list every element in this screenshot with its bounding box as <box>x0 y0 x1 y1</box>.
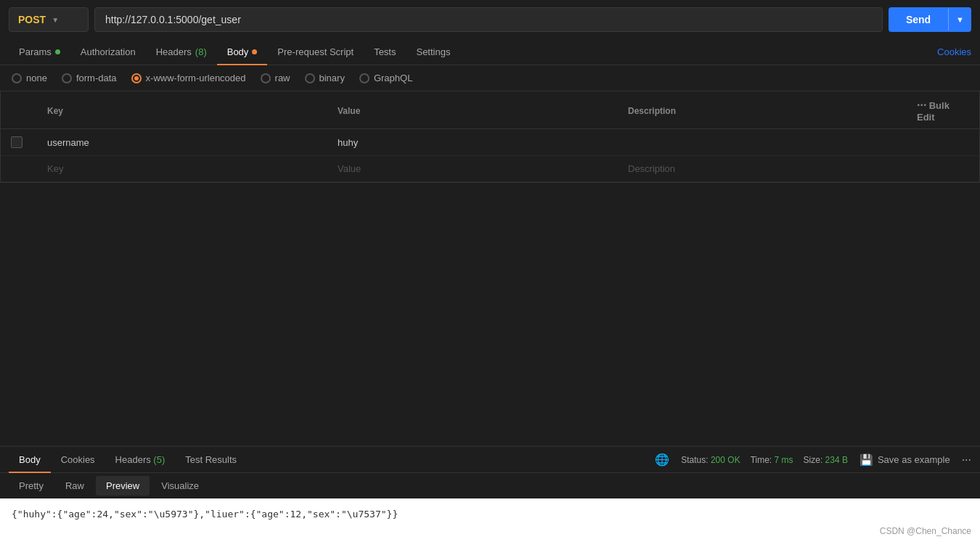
view-tab-pretty[interactable]: Pretty <box>9 476 54 496</box>
globe-icon: 🌐 <box>655 453 669 467</box>
pretty-label: Pretty <box>19 480 44 491</box>
new-value-placeholder: Value <box>338 163 361 174</box>
urlencoded-radio <box>131 73 142 83</box>
url-input[interactable]: http://127.0.0.1:5000/get_user <box>94 7 883 32</box>
new-row-value[interactable]: Value <box>327 156 618 182</box>
view-tabs: Pretty Raw Preview Visualize <box>0 473 980 498</box>
tab-body[interactable]: Body <box>217 39 268 65</box>
response-tab-testresults[interactable]: Test Results <box>175 447 247 472</box>
graphql-radio <box>359 73 369 83</box>
row-desc-cell[interactable] <box>618 129 907 156</box>
time-label: Time: 7 ms <box>751 455 793 465</box>
tab-headers-label: Headers <box>156 46 192 57</box>
body-type-graphql[interactable]: GraphQL <box>359 73 412 83</box>
col-key-header: Key <box>37 93 327 129</box>
body-type-form-data[interactable]: form-data <box>62 73 117 83</box>
response-body-content: {"huhy":{"age":24,"sex":"\u5973"},"liuer… <box>0 498 980 542</box>
none-radio <box>12 73 22 83</box>
none-label: none <box>26 73 47 83</box>
response-tab-body[interactable]: Body <box>9 447 51 472</box>
method-label: POST <box>18 14 46 25</box>
tab-authorization[interactable]: Authorization <box>70 39 146 65</box>
response-tab-headers[interactable]: Headers (5) <box>105 447 176 472</box>
method-chevron-icon: ▼ <box>52 16 59 24</box>
save-icon: 💾 <box>859 453 873 467</box>
headers-count: (8) <box>195 46 207 57</box>
new-key-placeholder: Key <box>47 163 63 174</box>
view-tab-raw[interactable]: Raw <box>55 476 94 496</box>
response-tabs: Body Cookies Headers (5) Test Results 🌐 … <box>0 447 980 473</box>
raw-label: Raw <box>65 480 84 491</box>
visualize-label: Visualize <box>161 480 199 491</box>
tab-prerequest[interactable]: Pre-request Script <box>267 39 364 65</box>
url-text: http://127.0.0.1:5000/get_user <box>105 14 241 25</box>
new-row-actions <box>907 156 979 182</box>
save-example-label: Save as example <box>878 454 950 465</box>
status-info: Status: 200 OK Time: 7 ms Size: 234 B <box>681 455 848 465</box>
send-button-group: Send ▼ <box>889 7 971 32</box>
response-testresults-label: Test Results <box>185 454 237 465</box>
row-value-cell[interactable]: huhy <box>327 129 618 156</box>
tab-tests-label: Tests <box>374 46 396 57</box>
cookies-link[interactable]: Cookies <box>937 46 971 57</box>
tab-params[interactable]: Params <box>9 39 70 65</box>
response-status-area: 🌐 Status: 200 OK Time: 7 ms Size: 234 B … <box>655 453 971 467</box>
row-key-cell[interactable]: username <box>37 129 327 156</box>
size-value: 234 B <box>825 455 848 465</box>
row-key-value: username <box>47 137 89 148</box>
binary-radio <box>305 73 315 83</box>
raw-label: raw <box>275 73 290 83</box>
watermark: CSDN @Chen_Chance <box>880 526 971 536</box>
response-headers-badge: (5) <box>153 454 165 465</box>
response-section: Body Cookies Headers (5) Test Results 🌐 … <box>0 445 980 542</box>
tab-tests[interactable]: Tests <box>364 39 406 65</box>
size-label: Size: 234 B <box>804 455 848 465</box>
tab-headers[interactable]: Headers (8) <box>146 39 217 65</box>
preview-label: Preview <box>106 480 139 491</box>
table-header-row: Key Value Description ··· Bulk Edit <box>1 93 979 129</box>
url-bar: POST ▼ http://127.0.0.1:5000/get_user Se… <box>0 0 980 39</box>
response-text: {"huhy":{"age":24,"sex":"\u5973"},"liuer… <box>12 509 398 520</box>
body-type-binary[interactable]: binary <box>305 73 345 83</box>
new-row-key[interactable]: Key <box>37 156 327 182</box>
tab-prerequest-label: Pre-request Script <box>277 46 354 57</box>
col-actions-header: ··· Bulk Edit <box>907 93 979 129</box>
new-row: Key Value Description <box>1 156 979 182</box>
body-type-selector: none form-data x-www-form-urlencoded raw… <box>0 65 980 91</box>
method-selector[interactable]: POST ▼ <box>9 7 89 32</box>
send-button[interactable]: Send <box>889 7 948 32</box>
view-tab-visualize[interactable]: Visualize <box>151 476 209 496</box>
request-tabs: Params Authorization Headers (8) Body Pr… <box>0 39 980 65</box>
binary-label: binary <box>319 73 345 83</box>
body-type-none[interactable]: none <box>12 73 47 83</box>
more-options-icon[interactable]: ··· <box>917 99 926 111</box>
response-tab-cookies[interactable]: Cookies <box>51 447 105 472</box>
response-cookies-label: Cookies <box>61 454 95 465</box>
row-check-cell <box>1 129 37 156</box>
tab-settings[interactable]: Settings <box>406 39 460 65</box>
tab-settings-label: Settings <box>416 46 450 57</box>
col-desc-header: Description <box>618 93 907 129</box>
new-row-desc[interactable]: Description <box>618 156 907 182</box>
send-dropdown-icon[interactable]: ▼ <box>948 9 971 30</box>
response-more-icon[interactable]: ··· <box>962 453 971 467</box>
kv-table-container: Key Value Description ··· Bulk Edit user… <box>0 91 980 183</box>
new-row-check <box>1 156 37 182</box>
body-type-raw[interactable]: raw <box>261 73 290 83</box>
tab-authorization-label: Authorization <box>81 46 136 57</box>
col-check <box>1 93 37 129</box>
save-as-example-button[interactable]: 💾 Save as example <box>859 453 950 467</box>
view-tab-preview[interactable]: Preview <box>96 476 150 496</box>
response-headers-label: Headers <box>115 454 154 465</box>
raw-radio <box>261 73 271 83</box>
status-label: Status: 200 OK <box>681 455 740 465</box>
response-body-label: Body <box>19 454 41 465</box>
form-data-radio <box>62 73 72 83</box>
urlencoded-label: x-www-form-urlencoded <box>146 73 246 83</box>
row-checkbox[interactable] <box>11 136 23 148</box>
new-desc-placeholder: Description <box>628 163 675 174</box>
tab-body-label: Body <box>227 46 249 57</box>
body-type-urlencoded[interactable]: x-www-form-urlencoded <box>131 73 246 83</box>
col-value-header: Value <box>327 93 618 129</box>
graphql-label: GraphQL <box>374 73 412 83</box>
